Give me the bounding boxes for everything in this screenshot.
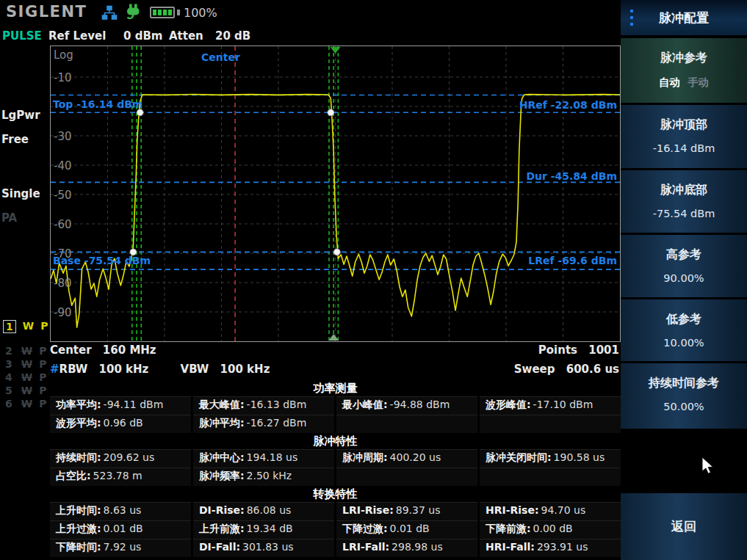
softkey-title: 低参考 — [666, 312, 701, 327]
table-cell: 脉冲中心:194.18 us — [193, 449, 334, 468]
power-plug-icon — [124, 4, 143, 23]
sweep-time[interactable]: Sweep 600.6 us — [514, 363, 619, 376]
trace-num: 5 — [3, 385, 15, 396]
softkey-title: 高参考 — [666, 247, 701, 263]
softkey-value: -75.54 dBm — [653, 208, 715, 219]
table-cell: 上升时间:8.63 us — [50, 502, 191, 520]
table-cell: 上升过激:0.01 dB — [50, 520, 191, 539]
table-cell: DI-Fall:301.83 us — [193, 539, 334, 557]
table-cell: 上升前激:19.34 dB — [193, 520, 334, 539]
trace-w: W — [23, 320, 34, 333]
table-row: 波形平均:0.96 dB 脉冲平均:-16.27 dBm — [50, 415, 621, 433]
trace-indicator-5[interactable]: 5WP — [3, 385, 46, 396]
points[interactable]: Points 1001 — [538, 343, 619, 357]
softkey-pulse-reference[interactable]: 脉冲参考 自动手动 — [621, 38, 747, 103]
softkey-high-reference[interactable]: 高参考 90.00% — [621, 235, 747, 297]
trace-indicator-4[interactable]: 4WP — [3, 371, 46, 383]
trace-num: 4 — [3, 371, 15, 383]
table-cell — [336, 468, 477, 486]
table-row: 下降时间:7.92 us DI-Fall:301.83 us LRI-Fall:… — [50, 539, 621, 557]
ytick--90: -90 — [54, 306, 72, 319]
table-row: 持续时间:209.62 us 脉冲中心:194.18 us 脉冲周期:400.2… — [50, 449, 621, 468]
mode-pa: PA — [1, 211, 17, 225]
mode-free: Free — [1, 133, 29, 146]
softkey-low-reference[interactable]: 低参考 10.00% — [621, 299, 747, 361]
table-cell: 脉冲频率:2.50 kHz — [193, 468, 334, 486]
table-row: 上升时间:8.63 us DI-Rise:86.08 us LRI-Rise:8… — [50, 502, 621, 520]
atten-value[interactable]: 20 dB — [215, 29, 250, 43]
spectrum-plot-svg — [51, 46, 620, 341]
table-cell: 下降时间:7.92 us — [50, 539, 191, 557]
softkey-duration-reference[interactable]: 持续时间参考 50.00% — [621, 363, 747, 429]
softkey-title: 脉冲参考 — [660, 51, 707, 66]
center-value: 160 MHz — [103, 343, 156, 357]
table-row: 占空比:523.78 m 脉冲频率:2.50 kHz — [50, 468, 621, 486]
table-cell: 波形峰值:-17.10 dBm — [480, 396, 621, 415]
points-value: 1001 — [588, 343, 619, 357]
table-cell: 下降前激:0.00 dB — [480, 520, 621, 539]
table-cell: 脉冲周期:400.20 us — [336, 449, 477, 468]
rbw-vbw[interactable]: #RBW 100 kHz VBW 100 kHz — [50, 363, 277, 376]
vbw-value: 100 kHz — [220, 363, 270, 376]
rbw-coupled-hash: # — [50, 363, 59, 376]
measurement-tables: 功率测量 功率平均:-94.11 dBm 最大峰值:-16.13 dBm 最小峰… — [50, 380, 621, 557]
table-row: 上升过激:0.01 dB 上升前激:19.34 dB 下降过激:0.01 dB … — [50, 520, 621, 539]
table-cell: 波形平均:0.96 dB — [50, 415, 191, 433]
option-auto[interactable]: 自动 — [659, 76, 680, 88]
siglent-logo: SIGLENT — [6, 3, 87, 21]
trace-indicator-1[interactable]: 1WP — [3, 320, 48, 333]
menu-title: 脉冲配置 — [659, 10, 709, 26]
points-label: Points — [538, 343, 577, 357]
softkey-pulse-top[interactable]: 脉冲顶部 -16.14 dBm — [621, 105, 747, 168]
trace-num: 1 — [3, 320, 16, 333]
softkey-value: 90.00% — [663, 272, 704, 284]
top-level-label: Top -16.14 dBm — [53, 98, 142, 110]
trace-p: P — [39, 345, 46, 357]
trace-indicator-3[interactable]: 3WP — [3, 358, 46, 370]
softkey-title: 脉冲顶部 — [660, 117, 707, 133]
menu-header: 脉冲配置 — [621, 0, 747, 35]
ytick--10: -10 — [54, 71, 72, 84]
ref-level-value[interactable]: 0 dBm — [123, 29, 162, 43]
softkey-title: 持续时间参考 — [649, 376, 719, 391]
center-frequency[interactable]: Center 160 MHz — [50, 343, 164, 357]
trace-indicator-2[interactable]: 2WP — [3, 345, 46, 357]
log-scale-label: Log — [54, 48, 73, 62]
back-button[interactable]: 返回 — [621, 493, 747, 560]
table-cell — [480, 468, 621, 486]
option-manual[interactable]: 手动 — [688, 76, 709, 88]
atten-label: Atten — [169, 29, 203, 43]
center-label: Center — [50, 343, 92, 357]
ytick--60: -60 — [54, 218, 72, 231]
trace-w: W — [21, 385, 32, 396]
table-cell: 持续时间:209.62 us — [50, 449, 191, 468]
table-cell: LRI-Rise:89.37 us — [336, 502, 477, 520]
analyzer-screen: SIGLENT 100% PULSE Ref Level 0 dBm Atten… — [0, 0, 747, 560]
mode-label: PULSE — [2, 29, 42, 43]
table-cell: HRI-Rise:94.70 us — [480, 502, 621, 520]
table-cell: 功率平均:-94.11 dBm — [50, 396, 191, 415]
softkey-title: 脉冲底部 — [660, 183, 707, 198]
transition-table-title: 转换特性 — [50, 486, 621, 502]
battery-tip — [177, 10, 180, 15]
softkey-value: -16.14 dBm — [653, 142, 715, 154]
softkey-pulse-base[interactable]: 脉冲底部 -75.54 dBm — [621, 170, 747, 233]
ref-level-label: Ref Level — [48, 29, 106, 43]
trace-w: W — [21, 371, 32, 383]
href-level-label: HRef -22.08 dBm — [519, 99, 617, 111]
table-cell: 下降过激:0.01 dB — [336, 520, 477, 539]
table-cell: DI-Rise:86.08 us — [193, 502, 334, 520]
trace-indicator-6[interactable]: 6WP — [3, 398, 46, 410]
table-cell: 最小峰值:-94.88 dBm — [336, 396, 477, 415]
sweep-label: Sweep — [514, 363, 555, 376]
menu-dots-icon[interactable] — [630, 10, 634, 26]
battery-icon — [150, 7, 175, 18]
softkey-value: 10.00% — [663, 337, 704, 349]
table-row: 功率平均:-94.11 dBm 最大峰值:-16.13 dBm 最小峰值:-94… — [50, 396, 621, 415]
center-marker-label: Center — [201, 51, 240, 63]
table-cell: 脉冲平均:-16.27 dBm — [193, 415, 334, 433]
base-level-label: Base -75.54 dBm — [53, 255, 151, 266]
ytick--50: -50 — [54, 189, 72, 202]
trace-num: 3 — [3, 358, 15, 370]
table-cell: 脉冲关闭时间:190.58 us — [480, 449, 621, 468]
